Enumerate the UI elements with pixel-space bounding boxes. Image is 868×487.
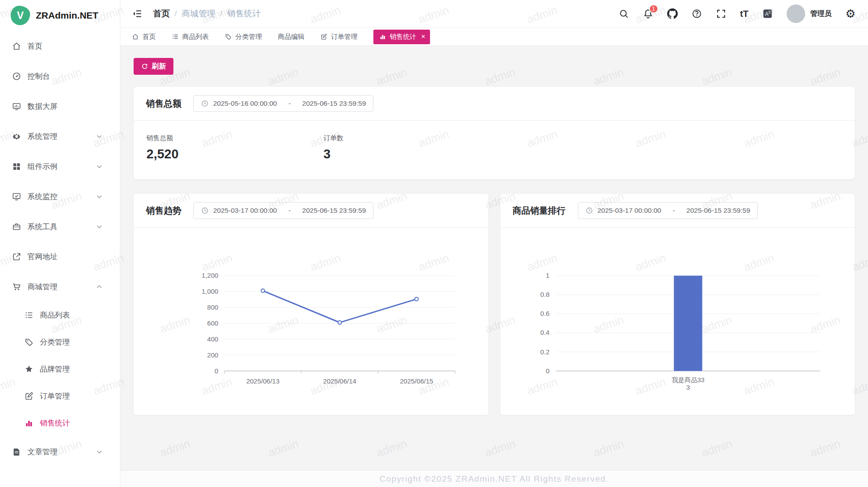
toolbox-icon	[12, 222, 21, 231]
summary-card-header: 销售总额 2025-05-16 00:00:00 - 2025-06-15 23…	[134, 87, 855, 121]
tab-goods-edit[interactable]: 商品编辑	[278, 33, 304, 41]
sidebar-item-console[interactable]: 控制台	[0, 61, 120, 91]
refresh-button[interactable]: 刷新	[134, 58, 173, 75]
svg-text:文: 文	[768, 10, 772, 14]
sidebar-item-label: 订单管理	[40, 391, 70, 401]
app-logo[interactable]: V ZRAdmin.NET	[0, 0, 120, 31]
category-icon	[24, 337, 34, 347]
tab-order[interactable]: 订单管理	[320, 33, 357, 41]
tab-category[interactable]: 分类管理	[225, 33, 262, 41]
summary-date-range-picker[interactable]: 2025-05-16 00:00:00 - 2025-06-15 23:59:5…	[193, 95, 373, 112]
sidebar-item-mall[interactable]: 商城管理	[0, 272, 120, 302]
rank-date-range-picker[interactable]: 2025-03-17 00:00:00 - 2025-06-15 23:59:5…	[578, 202, 758, 219]
date-start: 2025-03-17 00:00:00	[598, 207, 661, 215]
sidebar-item-tools[interactable]: 系统工具	[0, 211, 120, 242]
tabs-bar: 首页商品列表分类管理商品编辑订单管理销售统计×	[120, 27, 868, 46]
sales-trend-line-chart: 02004006008001,0001,2002025/06/132025/06…	[138, 231, 484, 409]
tab-label: 订单管理	[331, 33, 357, 41]
date-end: 2025-06-15 23:59:59	[687, 207, 750, 215]
main-column: 首页 / 商城管理 / 销售统计 1	[120, 0, 868, 487]
user-menu[interactable]: 管理员	[787, 4, 832, 23]
rank-card-title: 商品销量排行	[513, 205, 566, 217]
sidebar-item-label: 分类管理	[40, 337, 70, 347]
svg-text:0.6: 0.6	[540, 310, 549, 317]
list-icon	[172, 33, 179, 40]
sidebar-item-system[interactable]: 系统管理	[0, 121, 120, 151]
sidebar-item-sales-stats[interactable]: 销售统计	[0, 410, 120, 437]
svg-text:3: 3	[686, 384, 690, 391]
rank-card-header: 商品销量排行 2025-03-17 00:00:00 - 2025-06-15 …	[500, 194, 855, 228]
bar-chart-icon	[24, 418, 34, 428]
sidebar-item-website[interactable]: 官网地址	[0, 242, 120, 272]
sidebar-item-label: 控制台	[27, 71, 50, 81]
svg-text:0.2: 0.2	[540, 348, 549, 356]
tab-label: 首页	[142, 33, 156, 41]
cart-icon	[12, 282, 21, 291]
sidebar-item-label: 系统管理	[27, 131, 58, 142]
tab-goods-list[interactable]: 商品列表	[172, 33, 209, 41]
trend-date-range-picker[interactable]: 2025-03-17 00:00:00 - 2025-06-15 23:59:5…	[193, 202, 373, 219]
language-icon[interactable]: A文	[762, 8, 773, 19]
sidebar-collapse-icon[interactable]	[132, 8, 142, 19]
breadcrumb-item-home[interactable]: 首页	[153, 8, 170, 19]
sidebar-item-datascreen[interactable]: 数据大屏	[0, 91, 120, 121]
breadcrumb-separator: /	[220, 9, 223, 18]
breadcrumb-item-current: 销售统计	[227, 8, 261, 19]
sidebar-item-article[interactable]: 文章管理	[0, 437, 120, 467]
clock-icon	[201, 207, 209, 215]
sidebar-item-goods-list[interactable]: 商品列表	[0, 302, 120, 329]
gear-icon	[12, 132, 21, 141]
navbar-actions: 1 tT A文 管理员 ⚙	[618, 4, 856, 23]
refresh-label: 刷新	[152, 62, 166, 71]
top-navbar: 首页 / 商城管理 / 销售统计 1	[120, 0, 868, 27]
stat-total-sales: 销售总额 2,520	[146, 134, 323, 161]
app-root: V ZRAdmin.NET 首页控制台数据大屏系统管理组件示例系统监控系统工具官…	[0, 0, 868, 487]
chevron-down-icon	[95, 162, 104, 171]
sidebar-item-label: 系统监控	[27, 192, 58, 202]
svg-text:0.8: 0.8	[540, 291, 549, 298]
svg-text:0.4: 0.4	[540, 329, 549, 336]
product-rank-card: 商品销量排行 2025-03-17 00:00:00 - 2025-06-15 …	[500, 194, 855, 415]
charts-row: 销售趋势 2025-03-17 00:00:00 - 2025-06-15 23…	[134, 194, 855, 415]
sales-summary-card: 销售总额 2025-05-16 00:00:00 - 2025-06-15 23…	[134, 87, 855, 179]
sidebar-item-home[interactable]: 首页	[0, 31, 120, 61]
search-icon[interactable]	[618, 8, 629, 19]
svg-text:1,000: 1,000	[202, 288, 219, 295]
notification-bell-icon[interactable]: 1	[643, 8, 653, 19]
stat-order-count: 订单数 3	[323, 134, 500, 161]
trend-chart-wrap: 02004006008001,0001,2002025/06/132025/06…	[134, 228, 488, 415]
fullscreen-icon[interactable]	[716, 8, 726, 19]
notification-badge: 1	[649, 4, 658, 13]
sidebar-item-brand[interactable]: 品牌管理	[0, 356, 120, 383]
sidebar-item-label: 组件示例	[27, 161, 58, 172]
sidebar-item-label: 商品列表	[40, 310, 70, 320]
sidebar-item-label: 文章管理	[27, 447, 58, 457]
sidebar-item-monitor[interactable]: 系统监控	[0, 181, 120, 211]
home-icon	[12, 42, 21, 51]
breadcrumb: 首页 / 商城管理 / 销售统计	[153, 8, 261, 19]
article-icon	[12, 447, 21, 456]
clock-icon	[201, 100, 209, 107]
sidebar-item-label: 系统工具	[27, 222, 58, 232]
tab-sales-stats[interactable]: 销售统计×	[373, 30, 430, 44]
app-title: ZRAdmin.NET	[36, 10, 98, 21]
breadcrumb-item-mall[interactable]: 商城管理	[182, 8, 215, 19]
sidebar-item-components[interactable]: 组件示例	[0, 151, 120, 181]
tab-label: 分类管理	[235, 33, 262, 41]
github-icon[interactable]	[667, 8, 678, 19]
svg-text:2025/06/15: 2025/06/15	[400, 377, 433, 385]
sidebar-item-label: 数据大屏	[27, 101, 58, 111]
date-start: 2025-05-16 00:00:00	[213, 100, 277, 107]
sidebar-item-category[interactable]: 分类管理	[0, 329, 120, 356]
clock-icon	[585, 207, 593, 215]
screen-icon	[12, 102, 21, 111]
sidebar-item-label: 品牌管理	[40, 364, 70, 374]
settings-gear-icon[interactable]: ⚙	[845, 8, 856, 19]
tab-close-icon[interactable]: ×	[421, 33, 425, 40]
sales-trend-card: 销售趋势 2025-03-17 00:00:00 - 2025-06-15 23…	[134, 194, 488, 415]
font-size-icon[interactable]: tT	[740, 8, 749, 19]
sidebar-item-order[interactable]: 订单管理	[0, 383, 120, 410]
svg-text:400: 400	[207, 335, 218, 343]
help-icon[interactable]	[691, 8, 702, 19]
tab-home[interactable]: 首页	[132, 33, 156, 41]
